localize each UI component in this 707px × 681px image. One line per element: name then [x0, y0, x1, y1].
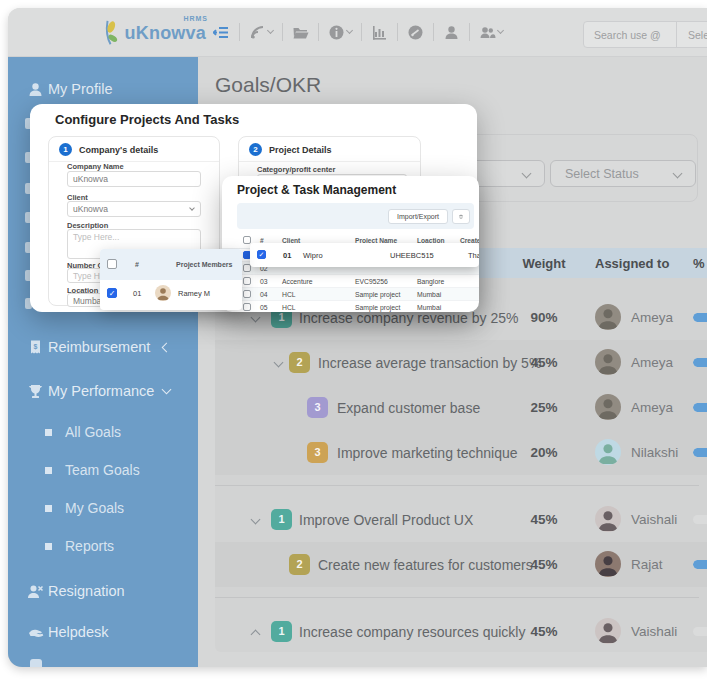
expand-chevron-icon[interactable]	[251, 313, 261, 323]
level-badge: 1	[271, 621, 292, 642]
status-filter-select[interactable]: Select Status	[550, 160, 696, 187]
level-badge: 3	[307, 442, 328, 463]
import-export-button[interactable]: Import/Export	[388, 209, 448, 224]
column-weight: Weight	[512, 256, 576, 271]
goal-row[interactable]: 2 Increase average transaction by 5% 45%…	[215, 340, 707, 385]
expand-chevron-icon[interactable]	[251, 630, 261, 640]
goal-title: Improve marketing technique	[337, 445, 518, 461]
progress-fill	[693, 403, 707, 412]
brand-logo[interactable]: uKnowva HRMS	[100, 12, 206, 54]
avatar	[595, 506, 621, 532]
helping-hands-icon	[27, 624, 44, 641]
brand-name: uKnowva	[125, 23, 206, 43]
sidebar-item-my-performance[interactable]: My Performance	[8, 379, 198, 405]
assignee: Rajat	[595, 551, 663, 577]
goal-title: Expand customer base	[337, 400, 480, 416]
goal-row[interactable]: 1 Improve Overall Product UX 45% Vaishal…	[215, 497, 707, 542]
progress-bar	[693, 313, 707, 322]
row-checkbox[interactable]: ✓	[257, 250, 266, 259]
search-input[interactable]	[584, 29, 676, 41]
assignee-name: Vaishali	[631, 624, 677, 639]
sidebar-item-helpdesk[interactable]: Helpdesk	[8, 620, 198, 646]
project-row[interactable]: 04 HCL Sample project Mumbai	[222, 288, 479, 301]
expand-chevron-icon[interactable]	[274, 358, 284, 368]
weight-value: 45%	[512, 355, 576, 370]
info-icon[interactable]	[328, 24, 352, 41]
project-row[interactable]: 05 HCL Sample project Mumbai	[222, 301, 479, 312]
chevron-down-icon	[162, 385, 172, 395]
goal-title: Improve Overall Product UX	[299, 512, 473, 528]
dashboard-gauge-icon[interactable]	[407, 24, 424, 41]
avatar	[595, 304, 621, 330]
step-title: Project Details	[269, 145, 332, 155]
column-assigned-to: Assigned to	[595, 256, 669, 271]
goal-title: Increase company resources quickly	[299, 624, 525, 640]
select-all-checkbox[interactable]	[107, 259, 117, 269]
sidebar-item-team-goals[interactable]: Team Goals	[8, 459, 198, 483]
progress-fill	[693, 358, 707, 367]
modal-toolbar: Import/Export	[237, 203, 474, 229]
project-task-management-modal: Project & Task Management Import/Export …	[222, 176, 479, 312]
assignee-name: Ameya	[631, 310, 673, 325]
step-number-badge: 2	[249, 143, 262, 156]
column-progress: % Progress	[693, 256, 707, 271]
search-scope-select[interactable]: Select	[677, 29, 707, 41]
assignee-name: Rajat	[631, 557, 663, 572]
select-all-checkbox[interactable]	[243, 236, 251, 244]
folder-icon[interactable]	[292, 24, 309, 41]
delete-button[interactable]	[452, 209, 470, 224]
goal-row[interactable]: 3 Improve marketing technique 20% Nilaks…	[215, 430, 707, 475]
bullet-icon	[45, 429, 52, 436]
chevron-down-icon	[673, 169, 683, 179]
column-project-members: Project Members	[176, 261, 232, 268]
progress-bar	[693, 627, 707, 636]
sidebar-item-reports[interactable]: Reports	[8, 535, 198, 559]
project-row[interactable]: 03 Accenture EVC95256 Banglore	[222, 275, 479, 288]
dragged-project-row[interactable]: ✓ 01 Wipro UHEEBC515 Thane	[250, 243, 479, 267]
feed-icon[interactable]	[249, 24, 273, 41]
project-members-table: # Project Members ✓ 01 Ramey M	[100, 249, 242, 310]
goal-row[interactable]: 1 Increase company resources quickly 45%…	[215, 609, 707, 654]
svg-text:$: $	[34, 343, 38, 351]
assignee: Ameya	[595, 349, 673, 375]
progress-bar	[693, 560, 707, 569]
bar-chart-icon[interactable]	[371, 24, 388, 41]
sidebar-item-reimbursement[interactable]: $ Reimbursement	[8, 335, 198, 361]
trash-icon	[459, 212, 463, 221]
goal-row[interactable]: 3 Expand customer base 25% Ameya	[215, 385, 707, 430]
expand-chevron-icon[interactable]	[251, 515, 261, 525]
chevron-down-icon	[189, 205, 195, 211]
row-checkbox[interactable]	[243, 277, 251, 285]
avatar	[155, 285, 171, 301]
user-icon[interactable]	[443, 24, 460, 41]
bullet-icon	[45, 467, 52, 474]
assignee: Ameya	[595, 394, 673, 420]
sidebar-item-resignation[interactable]: Resignation	[8, 579, 198, 605]
hidden-menu-icon	[30, 659, 42, 667]
company-name-input[interactable]: uKnowva	[67, 171, 201, 187]
weight-value: 45%	[512, 624, 576, 639]
sidebar-item-all-goals[interactable]: All Goals	[8, 421, 198, 445]
bullet-icon	[45, 505, 52, 512]
goal-row[interactable]: 2 Create new features for customers 45% …	[215, 542, 707, 587]
member-row[interactable]: ✓ 01 Ramey M	[100, 280, 242, 307]
sidebar-item-my-goals[interactable]: My Goals	[8, 497, 198, 521]
weight-value: 20%	[512, 445, 576, 460]
client-select[interactable]: uKnowva	[67, 201, 201, 217]
goal-title: Increase average transaction by 5%	[318, 355, 541, 371]
sidebar-item-my-profile[interactable]: My Profile	[8, 77, 198, 103]
trophy-icon	[27, 383, 44, 400]
page-title: Goals/OKR	[215, 73, 321, 97]
row-checkbox[interactable]: ✓	[107, 288, 117, 298]
receipt-icon: $	[27, 339, 44, 356]
assignee-name: Vaishali	[631, 512, 677, 527]
bullet-icon	[45, 543, 52, 550]
row-checkbox[interactable]	[243, 290, 251, 298]
users-icon[interactable]	[479, 24, 503, 41]
row-checkbox[interactable]	[243, 303, 251, 311]
member-name: Ramey M	[178, 289, 210, 298]
weight-value: 45%	[512, 512, 576, 527]
level-badge: 2	[289, 554, 310, 575]
assignee-name: Ameya	[631, 400, 673, 415]
sidebar-toggle-icon[interactable]	[213, 24, 230, 41]
